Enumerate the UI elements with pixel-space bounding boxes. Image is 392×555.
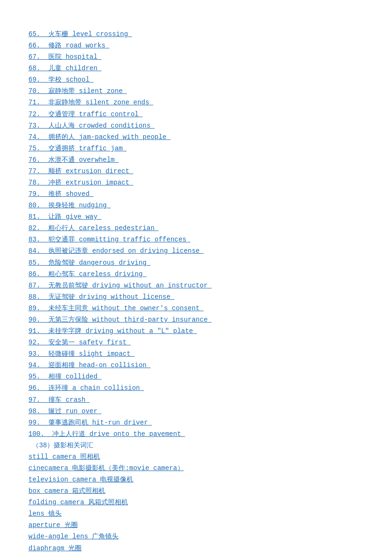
list-item[interactable]: 92. 安全第一 safety first — [28, 337, 364, 348]
list-item[interactable]: box camera 箱式照相机 — [28, 485, 364, 497]
list-item[interactable]: 75. 交通拥挤 traffic jam — [28, 143, 364, 154]
list-item[interactable]: 90. 无第三方保险 without third-party insurance — [28, 314, 364, 325]
list-item[interactable]: 93. 轻微碰撞 slight impact — [28, 348, 364, 360]
list-item[interactable]: 82. 粗心行人 careless pedestrian — [28, 222, 364, 234]
list-item[interactable]: 71. 非寂静地带 silent zone ends — [28, 97, 364, 108]
list-item[interactable]: 77. 顺挤 extrusion direct — [28, 166, 364, 177]
list-item[interactable]: 78. 冲挤 extrusion impact — [28, 177, 364, 188]
list-item[interactable]: 85. 危险驾驶 dangerous driving — [28, 257, 364, 268]
list-item[interactable]: aperture 光圈 — [28, 519, 364, 531]
list-item[interactable]: 95. 相撞 collided — [28, 371, 364, 382]
list-item[interactable]: lens 镜头 — [28, 508, 364, 519]
list-item[interactable]: 65. 火车栅 level crossing — [28, 28, 364, 40]
list-item[interactable]: 66. 修路 road works — [28, 40, 364, 51]
list-item[interactable]: wide-angle lens 广角镜头 — [28, 531, 364, 542]
list-item[interactable]: 80. 挨身轻推 nudging — [28, 200, 364, 211]
list-item[interactable]: 98. 辗过 run over — [28, 406, 364, 417]
list-item[interactable]: 79. 推挤 shoved — [28, 188, 364, 200]
list-item[interactable]: cinecamera 电影摄影机（美作:movie camera） — [28, 462, 364, 474]
list-item[interactable]: 84. 执照被记违章 endorsed on driving license — [28, 245, 364, 257]
list-item[interactable]: still camera 照相机 — [28, 451, 364, 462]
list-item[interactable]: 100. 冲上人行道 drive onto the pavement — [28, 428, 364, 440]
list-item[interactable]: 91. 未挂学字牌 driving without a "L" plate — [28, 325, 364, 337]
list-item[interactable]: 69. 学校 school — [28, 74, 364, 85]
list-item[interactable]: television camera 电视摄像机 — [28, 474, 364, 485]
list-item[interactable]: diaphragm 光圈 — [28, 543, 364, 554]
main-content: 65. 火车栅 level crossing 66. 修路 road works… — [28, 28, 364, 555]
list-item[interactable]: 94. 迎面相撞 head-on collision — [28, 360, 364, 371]
list-item[interactable]: 97. 撞车 crash — [28, 394, 364, 406]
list-item[interactable]: 99. 肇事逃跑司机 hit-run driver — [28, 417, 364, 428]
list-item[interactable]: 88. 无证驾驶 driving without license — [28, 291, 364, 303]
list-item[interactable]: 89. 未经车主同意 without the owner's consent — [28, 303, 364, 314]
list-item[interactable]: 81. 让路 give way — [28, 211, 364, 222]
list-item[interactable]: 73. 人山人海 crowded conditions — [28, 120, 364, 131]
list-item[interactable]: 96. 连环撞 a chain collision — [28, 382, 364, 394]
list-item[interactable]: 68. 儿童 children — [28, 63, 364, 74]
list-item[interactable]: 86. 粗心驾车 careless driving — [28, 268, 364, 280]
list-item[interactable]: 74. 拥挤的人 jam-packed with people — [28, 131, 364, 143]
list-item[interactable]: 70. 寂静地带 silent zone — [28, 85, 364, 97]
list-item: （38）摄影相关词汇 — [28, 440, 364, 451]
list-item[interactable]: 83. 犯交通罪 committing traffic offences — [28, 234, 364, 245]
list-item[interactable]: 72. 交通管理 traffic control — [28, 109, 364, 120]
list-item[interactable]: 67. 医院 hospital — [28, 51, 364, 63]
list-item[interactable]: 76. 水泄不通 overwhelm — [28, 154, 364, 166]
list-item[interactable]: folding camera 风箱式照相机 — [28, 497, 364, 508]
list-item[interactable]: 87. 无教员前驾驶 driving without an instructor — [28, 280, 364, 291]
